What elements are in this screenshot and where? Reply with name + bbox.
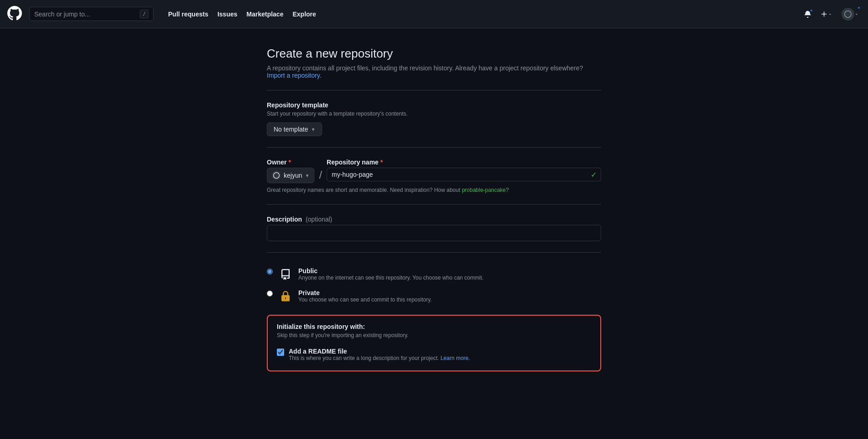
repo-required-star: * [381, 159, 383, 166]
radio-option-public: Public Anyone on the internet can see th… [267, 264, 601, 286]
description-section: Description (optional) [267, 216, 601, 241]
nav-pull-requests[interactable]: Pull requests [164, 7, 212, 21]
navbar: Search or jump to... / Pull requests Iss… [0, 0, 868, 28]
owner-name: kejyun [284, 172, 302, 179]
repo-input-wrapper: ✓ [327, 168, 601, 181]
divider-1 [267, 90, 601, 90]
description-input[interactable] [267, 225, 601, 241]
description-label: Description (optional) [267, 216, 601, 223]
page-subtitle: A repository contains all project files,… [267, 64, 601, 79]
nav-issues[interactable]: Issues [214, 7, 241, 21]
navbar-links: Pull requests Issues Marketplace Explore [164, 7, 320, 21]
nav-explore[interactable]: Explore [289, 7, 319, 21]
divider-3 [267, 204, 601, 205]
template-sublabel: Start your repository with a template re… [267, 111, 601, 117]
public-radio[interactable] [267, 269, 273, 275]
github-logo[interactable] [7, 6, 22, 22]
readme-learn-link[interactable]: Learn more. [440, 355, 470, 361]
owner-repo-row: Owner * kejyun ▼ / Repository name * ✓ [267, 159, 601, 183]
search-kbd: / [140, 10, 148, 18]
template-btn-label: No template [274, 126, 308, 133]
radio-option-private: Private You choose who can see and commi… [267, 286, 601, 307]
init-subtitle: Skip this step if you're importing an ex… [277, 332, 591, 339]
valid-check-icon: ✓ [591, 170, 597, 179]
create-new-button[interactable] [819, 9, 834, 20]
repo-name-section: Repository name * ✓ [327, 159, 601, 181]
import-link[interactable]: Import a repository. [267, 72, 322, 79]
main-content: Create a new repository A repository con… [256, 47, 612, 371]
public-icon [278, 267, 293, 282]
page-title: Create a new repository [267, 47, 601, 61]
private-icon [278, 289, 293, 304]
template-section: Repository template Start your repositor… [267, 101, 601, 136]
visibility-section: Public Anyone on the internet can see th… [267, 264, 601, 307]
public-title: Public [298, 267, 483, 275]
notifications-button[interactable] [802, 9, 813, 20]
readme-desc: This is where you can write a long descr… [289, 355, 470, 361]
inspiration-text: Great repository names are short and mem… [267, 187, 601, 193]
init-section: Initialize this repository with: Skip th… [267, 315, 601, 371]
notification-dot [810, 9, 813, 12]
owner-section: Owner * kejyun ▼ [267, 159, 314, 183]
inspiration-suggestion[interactable]: probable-pancake [462, 187, 506, 193]
repo-name-label: Repository name * [327, 159, 601, 166]
search-placeholder-text: Search or jump to... [34, 11, 90, 18]
owner-chevron-icon: ▼ [305, 173, 309, 178]
readme-checkbox[interactable] [277, 349, 284, 356]
owner-avatar [272, 171, 281, 180]
owner-required-star: * [288, 159, 291, 166]
chevron-down-icon: ▼ [311, 127, 315, 132]
owner-dropdown-button[interactable]: kejyun ▼ [267, 168, 314, 183]
readme-title: Add a README file [289, 348, 470, 355]
public-content: Public Anyone on the internet can see th… [298, 267, 483, 281]
owner-label: Owner * [267, 159, 314, 166]
divider-2 [267, 147, 601, 148]
template-dropdown-button[interactable]: No template ▼ [267, 122, 322, 136]
private-radio[interactable] [267, 291, 273, 296]
init-title: Initialize this repository with: [277, 323, 591, 330]
readme-content: Add a README file This is where you can … [289, 348, 470, 361]
nav-marketplace[interactable]: Marketplace [243, 7, 287, 21]
user-avatar [842, 8, 854, 21]
description-optional: (optional) [306, 216, 332, 223]
search-bar[interactable]: Search or jump to... / [29, 7, 153, 21]
divider-4 [267, 252, 601, 253]
navbar-right [802, 6, 861, 22]
public-desc: Anyone on the internet can see this repo… [298, 275, 483, 281]
readme-option: Add a README file This is where you can … [277, 346, 591, 363]
private-content: Private You choose who can see and commi… [298, 289, 432, 303]
private-title: Private [298, 289, 432, 296]
user-menu-button[interactable] [840, 6, 861, 22]
repo-name-input[interactable] [327, 168, 601, 181]
private-desc: You choose who can see and commit to thi… [298, 296, 432, 303]
user-notification-dot [857, 6, 861, 10]
separator-slash: / [314, 169, 327, 181]
template-label: Repository template [267, 101, 601, 109]
